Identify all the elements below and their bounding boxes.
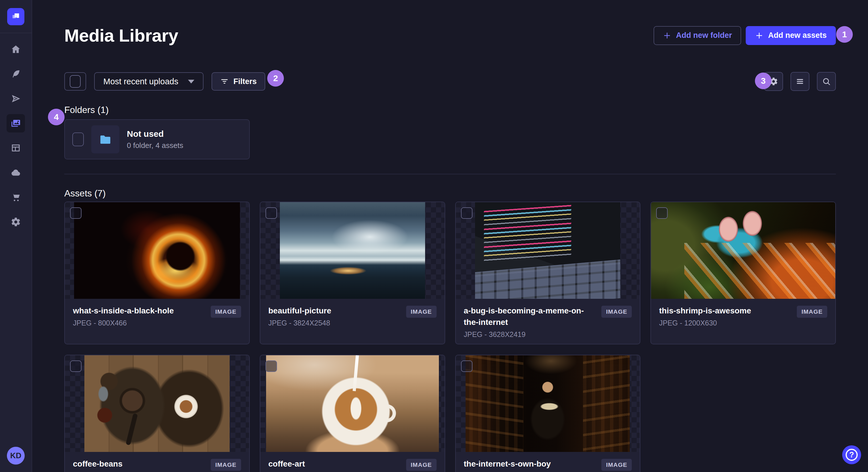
asset-checkbox[interactable] [70,207,82,219]
asset-texts: coffee-art JPEG - 5824X3259 [268,458,401,472]
folder-card[interactable]: Not used 0 folder, 4 assets [64,119,250,160]
annotation-badge-4: 4 [48,109,65,125]
add-new-folder-label: Add new folder [676,31,732,40]
search-icon [822,77,831,86]
strapi-logo[interactable] [7,8,24,25]
strapi-logo-icon [11,12,21,22]
list-icon [795,77,805,86]
page-header: Media Library Add new folder Add new ass… [64,25,836,45]
header-actions: Add new folder Add new assets [654,26,836,45]
list-view-button[interactable] [790,72,809,91]
asset-type-badge: IMAGE [797,306,827,318]
asset-thumbnail-area [65,355,249,452]
asset-name: this-shrimp-is-awesome [659,305,792,316]
asset-image-library-boy [466,355,630,452]
feather-icon [11,69,21,79]
asset-texts: the-internet-s-own-boy JPEG - 1200X707 [464,458,596,472]
home-icon [11,44,21,55]
asset-footer: the-internet-s-own-boy JPEG - 1200X707 I… [456,452,640,472]
folders-section-title: Folders (1) [64,105,836,115]
asset-type-badge: IMAGE [211,306,241,318]
sidebar-item-settings[interactable] [7,213,25,231]
sidebar-item-deploy[interactable] [7,164,25,182]
asset-meta: JPEG - 800X466 [73,319,206,327]
help-button[interactable]: ? [842,445,861,464]
sidebar-item-marketplace[interactable] [7,188,25,206]
asset-name: beautiful-picture [268,305,401,316]
sidebar-nav [0,33,32,231]
asset-checkbox[interactable] [461,361,472,372]
toolbar-left: Most recent uploads Filters [64,72,265,91]
asset-image-black-hole [74,202,240,299]
sort-select-value: Most recent uploads [103,77,178,86]
asset-type-badge: IMAGE [601,459,632,471]
plus-icon [755,31,764,40]
assets-grid: what-s-inside-a-black-hole JPEG - 800X46… [64,202,836,472]
shopping-cart-icon [11,192,21,202]
asset-name: what-s-inside-a-black-hole [73,305,206,316]
asset-card[interactable]: coffee-art JPEG - 5824X3259 IMAGE [260,355,445,472]
asset-texts: a-bug-is-becoming-a-meme-on-the-internet… [464,305,596,339]
sidebar-item-home[interactable] [7,40,25,59]
asset-checkbox[interactable] [266,207,277,219]
asset-card[interactable]: this-shrimp-is-awesome JPEG - 1200X630 I… [650,202,836,344]
sidebar-item-media-library[interactable] [7,114,25,133]
add-new-assets-button[interactable]: Add new assets [746,26,836,45]
sidebar-item-content-builder[interactable] [7,65,25,83]
asset-texts: what-s-inside-a-black-hole JPEG - 800X46… [73,305,206,327]
toolbar-right [764,72,836,91]
paper-plane-icon [11,94,21,104]
asset-image-code-laptop [475,202,620,299]
folder-subtitle: 0 folder, 4 assets [127,141,183,150]
asset-thumbnail-area [651,202,835,299]
layout-panel-icon [11,143,21,153]
assets-section-title: Assets (7) [64,188,836,199]
asset-card[interactable]: what-s-inside-a-black-hole JPEG - 800X46… [64,202,250,344]
asset-image-mountains [280,202,425,299]
search-button[interactable] [817,72,836,91]
asset-type-badge: IMAGE [406,459,437,471]
asset-checkbox[interactable] [266,361,277,372]
asset-checkbox[interactable] [656,207,668,219]
asset-checkbox[interactable] [461,207,472,219]
asset-thumbnail-area [65,202,249,299]
asset-image-coffee-art [266,355,439,452]
filters-button[interactable]: Filters [212,72,265,91]
annotation-badge-1: 1 [836,26,853,43]
asset-type-badge: IMAGE [211,459,241,471]
user-avatar[interactable]: KD [7,447,25,465]
filter-icon [220,77,229,86]
asset-footer: this-shrimp-is-awesome JPEG - 1200X630 I… [651,299,835,331]
cloud-icon [11,167,21,178]
asset-card[interactable]: beautiful-picture JPEG - 3824X2548 IMAGE [260,202,445,344]
asset-card[interactable]: the-internet-s-own-boy JPEG - 1200X707 I… [455,355,641,472]
select-all-button[interactable] [64,72,86,91]
asset-type-badge: IMAGE [601,306,632,318]
asset-texts: beautiful-picture JPEG - 3824X2548 [268,305,401,327]
sidebar-item-releases[interactable] [7,90,25,108]
folder-checkbox[interactable] [72,133,84,146]
asset-name: coffee-beans [73,458,206,470]
plus-icon [663,31,671,40]
main-content: Media Library Add new folder Add new ass… [32,0,868,472]
media-library-icon [11,118,21,129]
asset-checkbox[interactable] [70,361,82,372]
asset-card[interactable]: a-bug-is-becoming-a-meme-on-the-internet… [455,202,641,344]
annotation-badge-2: 2 [267,70,284,87]
annotation-badge-3: 3 [755,72,772,89]
sidebar: KD [0,0,32,472]
asset-texts: this-shrimp-is-awesome JPEG - 1200X630 [659,305,792,327]
asset-card[interactable]: coffee-beans JPEG - 5021X3347 IMAGE [64,355,250,472]
asset-footer: what-s-inside-a-black-hole JPEG - 800X46… [65,299,249,331]
sidebar-footer: KD [7,447,25,465]
sort-select[interactable]: Most recent uploads [94,72,204,91]
asset-thumbnail-area [456,355,640,452]
select-all-checkbox[interactable] [70,75,81,88]
asset-thumbnail-area [456,202,640,299]
add-new-folder-button[interactable]: Add new folder [654,26,741,45]
asset-footer: beautiful-picture JPEG - 3824X2548 IMAGE [260,299,445,331]
folder-tile [91,125,119,154]
sidebar-item-content-manager[interactable] [7,139,25,157]
chevron-down-icon [188,80,194,83]
asset-thumbnail-area [260,355,445,452]
